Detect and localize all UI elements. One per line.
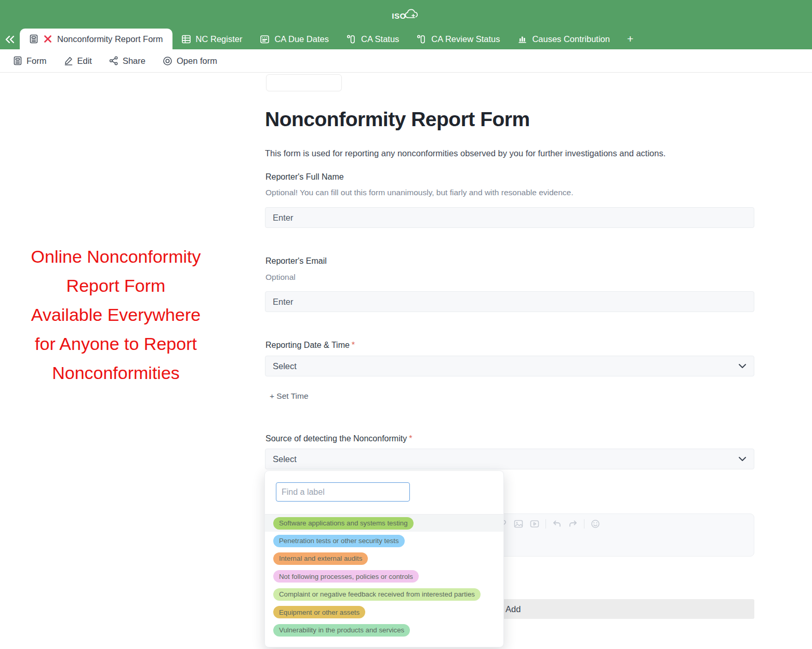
label-chip[interactable]: Internal and external audits <box>273 552 368 565</box>
red-annotation-text: Online Nonconformity Report Form Availab… <box>4 242 228 387</box>
pencil-icon <box>64 56 73 65</box>
toolbar-divider <box>584 519 584 529</box>
field-label-reporting-date-time: Reporting Date & Time* <box>265 341 355 350</box>
label-chip[interactable]: Vulnerability in the products and servic… <box>273 624 410 637</box>
form-title: Nonconformity Report Form <box>265 108 530 131</box>
required-asterisk: * <box>409 434 412 443</box>
video-icon[interactable] <box>529 519 540 529</box>
field-label-reporters-email: Reporter's Email <box>265 256 327 266</box>
empty-cover-button[interactable] <box>266 74 342 91</box>
tab-label: CA Status <box>361 34 399 44</box>
label-option[interactable]: Complaint or negative feedback received … <box>265 586 503 603</box>
editor-toolbar <box>497 519 601 529</box>
annotation-line: Nonconformities <box>4 358 228 387</box>
form-document-icon <box>13 56 22 65</box>
iso-cloud-logo: ISO <box>392 7 420 22</box>
tab-ca-status[interactable]: CA Status <box>338 29 408 49</box>
share-nodes-icon <box>109 56 118 65</box>
tabs: Nonconformity Report Form NC Register <box>20 29 642 49</box>
annotation-line: for Anyone to Report <box>4 329 228 358</box>
field-sublabel: Optional <box>265 273 296 282</box>
chevron-down-icon <box>738 363 747 369</box>
tab-label: CA Review Status <box>431 34 500 44</box>
tool-label: Open form <box>177 56 217 66</box>
label-option[interactable]: Software applications and systems testin… <box>265 514 503 532</box>
status-field-icon <box>347 34 356 44</box>
cloud-plus-icon <box>403 7 420 22</box>
add-tab-button[interactable]: + <box>619 29 642 49</box>
tab-nc-register[interactable]: NC Register <box>172 29 251 49</box>
find-label-input[interactable] <box>276 482 410 502</box>
tab-ca-due-dates[interactable]: CA Due Dates <box>251 29 338 49</box>
status-field-icon <box>417 34 427 44</box>
collapse-sidebar-button[interactable] <box>3 33 17 46</box>
label-option[interactable]: Vulnerability in the products and servic… <box>265 621 503 639</box>
set-time-link[interactable]: + Set Time <box>270 391 309 401</box>
label-chip[interactable]: Not following processes, policies or con… <box>273 570 419 583</box>
field-label-text: Reporting Date & Time <box>265 341 350 349</box>
annotation-line: Online Nonconformity <box>4 242 228 271</box>
reporting-date-time-select[interactable]: Select <box>265 356 754 376</box>
source-of-detecting-select[interactable]: Select <box>265 449 754 469</box>
toolbar-divider <box>545 519 546 529</box>
label-option[interactable]: Not following processes, policies or con… <box>265 567 503 585</box>
top-banner: ISO <box>0 0 812 29</box>
label-option-list: Software applications and systems testin… <box>265 514 503 639</box>
tool-label: Share <box>123 56 145 66</box>
emoji-icon[interactable] <box>590 519 601 529</box>
label-chip[interactable]: Equipment or other assets <box>273 606 365 618</box>
tab-nonconformity-report-form[interactable]: Nonconformity Report Form <box>20 29 172 49</box>
edit-button[interactable]: Edit <box>64 56 92 66</box>
chevron-down-icon <box>738 456 747 462</box>
tab-ca-review-status[interactable]: CA Review Status <box>408 29 509 49</box>
label-chip[interactable]: Penetration tests or other security test… <box>273 535 405 547</box>
open-form-button[interactable]: Open form <box>163 56 217 66</box>
select-placeholder: Select <box>273 454 297 464</box>
label-option[interactable]: Equipment or other assets <box>265 603 503 621</box>
image-icon[interactable] <box>513 519 524 529</box>
form-document-icon <box>29 34 38 44</box>
form-description: This form is used for reporting any nonc… <box>265 148 665 158</box>
tool-label: Edit <box>77 56 92 66</box>
view-toolbar: Form Edit Share <box>0 49 812 73</box>
annotation-line: Available Everywhere <box>4 300 228 329</box>
tab-strip: Nonconformity Report Form NC Register <box>0 29 812 49</box>
label-option[interactable]: Internal and external audits <box>265 550 503 567</box>
tab-label: NC Register <box>196 34 243 44</box>
label-option[interactable]: Penetration tests or other security test… <box>265 532 503 549</box>
tab-causes-contribution[interactable]: Causes Contribution <box>509 29 619 49</box>
bar-chart-icon <box>517 34 527 44</box>
close-x-icon[interactable] <box>44 35 52 43</box>
tab-label: Nonconformity Report Form <box>57 34 163 44</box>
reporters-email-input[interactable] <box>265 291 754 312</box>
calendar-icon <box>260 34 270 44</box>
field-sublabel: Optional! You can fill out this form una… <box>265 188 574 197</box>
required-asterisk: * <box>352 341 355 349</box>
field-label-text: Source of detecting the Nonconformity <box>265 434 407 443</box>
annotation-line: Report Form <box>4 271 228 300</box>
select-placeholder: Select <box>273 361 297 371</box>
label-chip[interactable]: Software applications and systems testin… <box>273 517 414 530</box>
double-chevron-left-icon <box>4 35 16 44</box>
table-icon <box>181 34 191 44</box>
field-label-reporters-full-name: Reporter's Full Name <box>265 172 344 182</box>
target-circle-icon <box>163 56 172 66</box>
label-dropdown-panel: Software applications and systems testin… <box>264 470 504 647</box>
tab-label: Causes Contribution <box>532 34 610 44</box>
form-button[interactable]: Form <box>13 56 47 66</box>
redo-icon[interactable] <box>568 519 578 529</box>
label-chip[interactable]: Complaint or negative feedback received … <box>273 588 481 601</box>
undo-icon[interactable] <box>552 519 562 529</box>
field-label-source-of-detecting: Source of detecting the Nonconformity* <box>265 434 412 443</box>
app-window: ISO <box>0 0 812 649</box>
tool-label: Form <box>26 56 47 66</box>
reporters-full-name-input[interactable] <box>265 207 754 228</box>
tab-label: CA Due Dates <box>274 34 329 44</box>
share-button[interactable]: Share <box>109 56 145 66</box>
